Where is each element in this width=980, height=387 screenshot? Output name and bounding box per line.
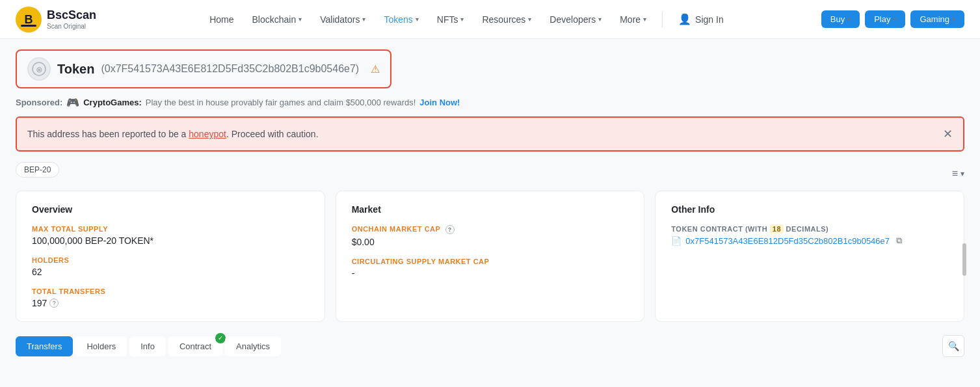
tab-info[interactable]: Info — [129, 336, 166, 356]
token-title-box: ◎ Token (0x7F541573A43E6E812D5Fd35C2b802… — [16, 49, 391, 88]
copy-icon[interactable]: ⧉ — [896, 235, 902, 246]
overview-title: Overview — [32, 204, 309, 215]
brand-sub: Scan Original — [47, 23, 96, 30]
nav-home[interactable]: Home — [202, 9, 241, 30]
contract-label: TOKEN CONTRACT (WITH 18 DECIMALS) — [671, 225, 948, 233]
main-content: ◎ Token (0x7F541573A43E6E812D5Fd35C2b802… — [0, 39, 980, 367]
nav-nfts[interactable]: NFTs ▾ — [429, 9, 472, 30]
sponsored-join-link[interactable]: Join Now! — [419, 98, 460, 107]
sponsored-bar: Sponsored: 🎮 CryptoGames: Play the best … — [16, 96, 964, 109]
market-title: Market — [352, 204, 629, 215]
nav-validators[interactable]: Validators ▾ — [312, 9, 373, 30]
sponsored-text: Play the best in house provably fair gam… — [146, 98, 416, 107]
honeypot-alert: This address has been reported to be a h… — [16, 116, 964, 152]
search-icon: 🔍 — [948, 341, 959, 351]
nav-blockchain[interactable]: Blockchain ▾ — [244, 9, 310, 30]
alert-close-button[interactable]: ✕ — [943, 127, 953, 141]
contract-address-link[interactable]: 0x7F541573A43E6E812D5Fd35C2b802B1c9b0546… — [685, 236, 890, 246]
tab-analytics[interactable]: Analytics — [225, 336, 281, 356]
developers-chevron: ▾ — [598, 16, 602, 23]
gaming-chevron: ▾ — [952, 16, 955, 23]
tab-transfers[interactable]: Transfers — [16, 336, 73, 356]
token-header: ◎ Token (0x7F541573A43E6E812D5Fd35C2b802… — [16, 49, 964, 88]
nav-more[interactable]: More ▾ — [612, 9, 654, 30]
onchain-info-icon[interactable]: ? — [445, 225, 455, 234]
buy-button[interactable]: Buy ▾ — [821, 10, 860, 28]
alert-text: This address has been reported to be a h… — [27, 129, 319, 139]
token-warning-icon: ⚠ — [371, 63, 380, 75]
sponsored-icon: 🎮 — [66, 96, 79, 109]
tab-holders[interactable]: Holders — [75, 336, 127, 356]
holders-value: 62 — [32, 267, 309, 277]
scrollbar-track[interactable] — [962, 191, 967, 322]
alert-text-before: This address has been reported to be a — [27, 129, 189, 139]
navbar: B BscScan Scan Original Home Blockchain … — [0, 0, 980, 39]
list-view-toggle[interactable]: ≡ ▾ — [952, 168, 964, 180]
badge-row: BEP-20 ≡ ▾ — [16, 162, 964, 185]
contract-address-row: 📄 0x7F541573A43E6E812D5Fd35C2b802B1c9b05… — [671, 235, 948, 246]
onchain-value: $0.00 — [352, 237, 629, 247]
gaming-button[interactable]: Gaming ▾ — [910, 10, 964, 28]
nav-resources[interactable]: Resources ▾ — [474, 9, 539, 30]
decimals-badge: 18 — [770, 224, 784, 234]
play-button[interactable]: Play ▾ — [865, 10, 905, 28]
sponsored-label: Sponsored: — [16, 98, 62, 107]
user-icon: 👤 — [678, 13, 691, 25]
transfers-value-row: 197 ? — [32, 298, 309, 308]
transfers-info-icon[interactable]: ? — [49, 299, 59, 308]
tabs-list: Transfers Holders Info Contract Analytic… — [16, 336, 281, 356]
alert-text-after: . Proceed with caution. — [226, 129, 319, 139]
nav-tokens[interactable]: Tokens ▾ — [376, 9, 426, 30]
list-icon: ≡ — [952, 168, 958, 180]
tokens-chevron: ▾ — [416, 16, 419, 23]
brand-logo-link[interactable]: B BscScan Scan Original — [16, 7, 96, 33]
circulating-label: CIRCULATING SUPPLY MARKET CAP — [352, 258, 629, 265]
overview-card: Overview MAX TOTAL SUPPLY 100,000,000 BE… — [16, 191, 325, 322]
other-info-card: Other Info TOKEN CONTRACT (WITH 18 DECIM… — [655, 191, 964, 322]
nav-developers[interactable]: Developers ▾ — [542, 9, 609, 30]
svg-rect-2 — [21, 25, 36, 27]
tabs-row: Transfers Holders Info Contract Analytic… — [16, 335, 964, 357]
buy-chevron: ▾ — [847, 16, 851, 23]
blockchain-chevron: ▾ — [298, 16, 302, 23]
token-address: (0x7F541573A43E6E812D5Fd35C2b802B1c9b054… — [101, 63, 359, 75]
holders-label: HOLDERS — [32, 256, 309, 264]
other-info-title: Other Info — [671, 204, 948, 215]
max-supply-label: MAX TOTAL SUPPLY — [32, 225, 309, 233]
circulating-value: - — [352, 268, 629, 278]
brand-name: BscScan — [47, 8, 96, 23]
scrollbar-thumb[interactable] — [962, 243, 966, 276]
tab-search-button[interactable]: 🔍 — [942, 335, 964, 357]
nfts-chevron: ▾ — [460, 16, 464, 23]
nav-action-buttons: Buy ▾ Play ▾ Gaming ▾ — [821, 10, 964, 28]
market-card: Market ONCHAIN MARKET CAP ? $0.00 CIRCUL… — [336, 191, 645, 322]
svg-text:B: B — [25, 13, 33, 26]
bep20-badge: BEP-20 — [16, 162, 59, 178]
more-chevron: ▾ — [643, 16, 646, 23]
token-icon: ◎ — [27, 57, 51, 81]
validators-chevron: ▾ — [362, 16, 365, 23]
cards-row: Overview MAX TOTAL SUPPLY 100,000,000 BE… — [16, 191, 964, 322]
svg-text:◎: ◎ — [36, 66, 42, 73]
nav-signin[interactable]: 👤 Sign In — [670, 8, 732, 31]
doc-icon: 📄 — [671, 236, 682, 246]
transfers-value: 197 — [32, 298, 47, 308]
nav-divider — [662, 12, 663, 27]
play-chevron: ▾ — [893, 16, 896, 23]
transfers-label: TOTAL TRANSFERS — [32, 287, 309, 295]
list-chevron-icon: ▾ — [960, 169, 964, 178]
onchain-label: ONCHAIN MARKET CAP ? — [352, 225, 629, 234]
max-supply-value: 100,000,000 BEP-20 TOKEN* — [32, 235, 309, 246]
sponsored-name: CryptoGames: — [83, 98, 142, 107]
tab-contract[interactable]: Contract — [168, 336, 222, 356]
resources-chevron: ▾ — [528, 16, 531, 23]
token-label: Token — [57, 62, 94, 77]
nav-links: Home Blockchain ▾ Validators ▾ Tokens ▾ … — [122, 8, 811, 31]
honeypot-link[interactable]: honeypot — [189, 129, 226, 139]
